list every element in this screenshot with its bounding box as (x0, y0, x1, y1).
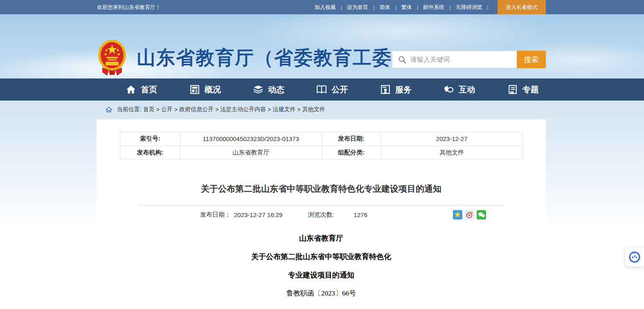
breadcrumb-prefix: 当前位置: (117, 106, 142, 113)
nav-label: 互动 (459, 84, 475, 95)
news-stack-icon (253, 84, 263, 95)
nav-item-overview[interactable]: 概况 (189, 84, 221, 95)
home-icon (126, 84, 136, 95)
home-icon (106, 106, 112, 113)
accessibility-link[interactable]: 无障碍浏览 (455, 4, 483, 11)
table-row: 发布机构: 山东省教育厅 组配分类: 其他文件 (120, 146, 523, 160)
gov-service-float-widget[interactable] (625, 248, 644, 266)
separator: | (395, 4, 396, 10)
publish-date-value: 2023-12-27 (381, 132, 523, 146)
article-title: 关于公布第二批山东省中等职业教育特色化专业建设项目的通知 (97, 183, 546, 195)
nav-item-news[interactable]: 动态 (253, 84, 284, 95)
table-row: 索引号: 11370000004502323D/2023-01373 发布日期:… (120, 132, 523, 146)
view-count-value: 1276 (354, 211, 367, 218)
publish-date-meta-value: 2023-12-27 16:29 (234, 211, 282, 218)
search-input[interactable] (410, 51, 517, 68)
nav-label: 首页 (141, 84, 157, 95)
crumb-separator: > (297, 106, 301, 113)
article-panel: 索引号: 11370000004502323D/2023-01373 发布日期:… (97, 119, 546, 309)
qzone-share-icon[interactable] (453, 210, 462, 219)
nav-label: 公开 (331, 84, 348, 95)
site-header: 山东省教育厅（省委教育工委） 搜索 (0, 14, 644, 78)
index-number-label: 索引号: (120, 132, 180, 146)
wechat-share-icon[interactable] (477, 210, 486, 219)
nav-label: 动态 (268, 84, 284, 95)
separator: | (373, 4, 374, 10)
crumb-separator: > (215, 106, 218, 113)
nav-item-disclosure[interactable]: 公开 (316, 84, 348, 95)
gov-service-icon (628, 251, 641, 263)
mail-system-link[interactable]: 邮件系统 (422, 4, 445, 11)
document-number: 鲁教职函〔2023〕66号 (97, 289, 546, 298)
crumb-regulations[interactable]: 法规文件 (273, 106, 296, 113)
search-button[interactable]: 搜索 (517, 51, 546, 68)
crumb-statutory[interactable]: 法定主动公开内容 (220, 106, 266, 113)
welcome-text: 欢迎您来到山东省教育厅！ (97, 4, 161, 11)
category-value: 其他文件 (381, 146, 523, 160)
search-icon (398, 56, 406, 64)
doc-info-table: 索引号: 11370000004502323D/2023-01373 发布日期:… (120, 132, 523, 160)
set-homepage-link[interactable]: 设为首页 (346, 4, 369, 11)
issuing-agency-value: 山东省教育厅 (180, 146, 322, 160)
national-emblem-logo (97, 39, 127, 77)
page: 欢迎您来到山东省教育厅！ 加入收藏 | 设为首页 | 简体 | 繁体 | 邮件系… (0, 0, 644, 309)
issuing-agency-label: 发布机构: (120, 146, 180, 160)
service-card-icon (380, 84, 391, 95)
search-box: 搜索 (392, 51, 546, 68)
nav-label: 概况 (205, 84, 221, 95)
traditional-chinese-link[interactable]: 繁体 (401, 4, 413, 11)
category-label: 组配分类: (322, 146, 381, 160)
body-line: 关于公布第二批山东省中等职业教育特色化 (97, 253, 546, 261)
site-brand[interactable]: 山东省教育厅（省委教育工委） (97, 39, 412, 77)
index-number-value: 11370000004502323D/2023-01373 (180, 132, 322, 146)
breadcrumb: 当前位置: 首页> 公开> 政府信息公开> 法定主动公开内容> 法规文件> 其他… (106, 106, 325, 113)
main-nav: 首页 概况 动态 公开 服务 互动 专题 (0, 78, 644, 101)
weibo-share-icon[interactable] (465, 210, 474, 219)
content-area: 当前位置: 首页> 公开> 政府信息公开> 法定主动公开内容> 法规文件> 其他… (0, 101, 644, 309)
nav-item-home[interactable]: 首页 (126, 84, 157, 95)
nav-item-interaction[interactable]: 互动 (444, 84, 475, 95)
publish-date-meta-label: 发布日期： (200, 211, 231, 219)
simplified-chinese-link[interactable]: 简体 (378, 4, 391, 11)
crumb-disclosure[interactable]: 公开 (161, 106, 173, 113)
topics-doc-icon (507, 84, 518, 95)
add-favorite-link[interactable]: 加入收藏 (314, 4, 337, 11)
crumb-other-docs[interactable]: 其他文件 (302, 106, 325, 113)
article-body: 山东省教育厅 关于公布第二批山东省中等职业教育特色化 专业建设项目的通知 鲁教职… (97, 234, 546, 298)
crumb-separator: > (268, 106, 271, 113)
overview-icon (189, 84, 200, 95)
nav-item-services[interactable]: 服务 (380, 84, 412, 95)
separator: | (417, 4, 418, 10)
separator: | (487, 4, 489, 10)
publish-date-label: 发布日期: (322, 132, 381, 146)
article-meta: 发布日期： 2023-12-27 16:29 浏览次数: 1276 (138, 206, 504, 219)
elder-mode-button[interactable]: 进入长者模式 (498, 0, 546, 14)
share-buttons (453, 210, 486, 219)
topbar-links: 加入收藏 | 设为首页 | 简体 | 繁体 | 邮件系统 | 无障碍浏览 | (314, 0, 493, 14)
body-line: 专业建设项目的通知 (97, 271, 546, 279)
body-line: 山东省教育厅 (97, 234, 546, 242)
crumb-separator: > (156, 106, 160, 113)
nav-label: 专题 (522, 84, 539, 95)
separator: | (449, 4, 450, 10)
nav-label: 服务 (395, 84, 412, 95)
chat-bubbles-icon (444, 84, 454, 95)
view-count-label: 浏览次数: (308, 211, 334, 219)
nav-item-topics[interactable]: 专题 (507, 84, 539, 95)
site-title: 山东省教育厅（省委教育工委） (137, 45, 412, 71)
crumb-gov-info[interactable]: 政府信息公开 (179, 106, 214, 113)
crumb-home[interactable]: 首页 (143, 106, 155, 113)
separator: | (341, 4, 342, 10)
crumb-separator: > (174, 106, 178, 113)
open-book-icon (316, 84, 327, 95)
top-utility-bar: 欢迎您来到山东省教育厅！ 加入收藏 | 设为首页 | 简体 | 繁体 | 邮件系… (0, 0, 644, 14)
